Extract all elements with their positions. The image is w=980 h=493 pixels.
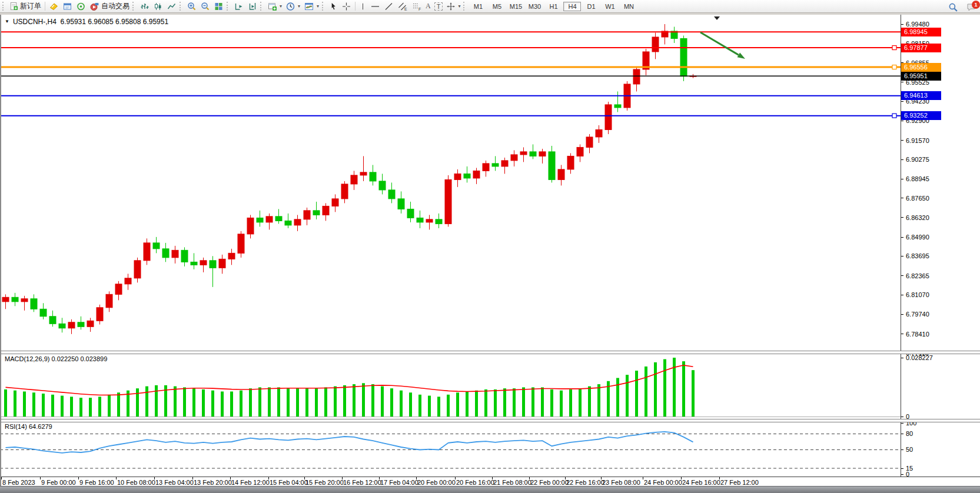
arrow-annotation[interactable] (700, 32, 745, 59)
separator (355, 2, 356, 11)
crosshair-button[interactable] (340, 1, 353, 12)
indicators-button[interactable]: ▾ (302, 1, 321, 12)
chat-button[interactable]: 1 (966, 2, 976, 12)
signals-button[interactable] (74, 1, 88, 12)
price-axis-tick (901, 82, 903, 82)
equidistant-channel-icon: E (397, 2, 408, 11)
new-order-button[interactable]: 新订单 (8, 1, 43, 12)
new-order-icon (9, 2, 18, 11)
line-chart-button[interactable] (165, 1, 178, 12)
text-button[interactable]: A (424, 1, 433, 12)
time-axis-tick (116, 477, 117, 479)
line-handle[interactable] (892, 46, 896, 50)
line-handle[interactable] (892, 65, 896, 69)
auto-trading-label: 自动交易 (101, 1, 129, 11)
tile-windows-button[interactable] (212, 1, 225, 12)
vertical-line-button[interactable] (357, 1, 368, 12)
indicator-axis-tick (901, 468, 903, 469)
timeframe-button-mn[interactable]: MN (620, 2, 637, 11)
tile-windows-icon (214, 2, 224, 11)
new-chart-button[interactable]: ▾ (265, 1, 284, 12)
search-icon (948, 2, 958, 12)
panel-splitter[interactable] (0, 419, 980, 422)
notification-badge: 1 (972, 1, 980, 9)
price-line[interactable] (0, 65, 901, 69)
window-icon (62, 2, 72, 11)
arrows-button[interactable]: ▾ (444, 1, 462, 12)
trendline-button[interactable] (382, 1, 396, 12)
label-tool-icon: T (434, 2, 443, 11)
collapse-icon[interactable]: ▼ (5, 19, 9, 24)
timeframe-button-h1[interactable]: H1 (544, 2, 562, 11)
bar-chart-button[interactable] (138, 1, 151, 12)
price-axis-tick (901, 295, 903, 295)
time-axis-label: 8 Feb 2023 (2, 479, 35, 486)
market-watch-button[interactable] (47, 1, 61, 12)
price-line[interactable] (0, 46, 901, 50)
line-chart-icon (167, 2, 177, 11)
timeframe-button-w1[interactable]: W1 (601, 2, 619, 11)
profiles-button[interactable]: ▾ (284, 1, 302, 12)
text-label-button[interactable]: T (433, 1, 445, 12)
price-axis-tick (901, 198, 903, 198)
indicator-axis-label: 50 (906, 445, 913, 454)
auto-trading-button[interactable]: 自动交易 (88, 1, 131, 12)
separator (45, 2, 45, 11)
search-button[interactable] (946, 1, 960, 13)
navigator-button[interactable] (61, 1, 74, 12)
time-axis-label: 22 Feb 16:00 (566, 479, 604, 486)
equidistant-channel-button[interactable]: E (396, 1, 410, 12)
cursor-button[interactable] (327, 1, 340, 12)
line-handle[interactable] (892, 114, 896, 118)
chevron-down-icon: ▾ (280, 4, 282, 9)
bar-chart-icon (139, 2, 150, 11)
main-chart-canvas[interactable] (0, 15, 901, 351)
crosshair-icon (341, 2, 351, 11)
yellow-tag-icon (49, 2, 59, 11)
price-line[interactable] (0, 114, 901, 118)
time-axis-label: 9 Feb 16:00 (79, 479, 114, 486)
price-axis-label: 6.91570 (906, 136, 929, 145)
vertical-line-icon (359, 2, 367, 11)
timeframe-button-m5[interactable]: M5 (488, 2, 506, 11)
time-axis-label: 13 Feb 04:00 (155, 479, 194, 486)
time-axis-tick (681, 477, 682, 479)
rsi-label: RSI(14) 64.6279 (5, 423, 52, 430)
auto-scroll-icon (234, 2, 244, 11)
price-axis[interactable]: 6.994806.981506.968556.955256.942306.929… (901, 15, 980, 477)
window-left-edge (0, 15, 1, 486)
indicator-axis-tick (901, 423, 903, 424)
time-axis-label: 16 Feb 12:00 (343, 479, 381, 486)
timeframe-group: M1M5M15M30H1H4D1W1MN (469, 2, 638, 11)
timeframe-button-m15[interactable]: M15 (507, 2, 524, 11)
timeframe-button-m1[interactable]: M1 (469, 2, 487, 11)
macd-chart-canvas[interactable] (0, 354, 901, 419)
zoom-in-button[interactable] (185, 1, 198, 12)
clock-icon (285, 2, 295, 11)
horizontal-line-button[interactable] (368, 1, 382, 12)
auto-scroll-button[interactable] (232, 1, 245, 12)
timeframe-button-m30[interactable]: M30 (526, 2, 543, 11)
rsi-chart-canvas[interactable] (0, 422, 901, 477)
price-axis-tick (901, 121, 903, 121)
zoom-out-button[interactable] (198, 1, 212, 12)
chart-shift-button[interactable] (245, 1, 259, 12)
price-axis-tick (901, 101, 903, 102)
timeframe-button-h4[interactable]: H4 (563, 2, 581, 11)
time-axis[interactable]: 8 Feb 20239 Feb 00:009 Feb 16:0010 Feb 0… (0, 477, 980, 487)
timeframe-button-d1[interactable]: D1 (582, 2, 600, 11)
price-line-badge: 6.97877 (901, 44, 941, 52)
time-axis-label: 24 Feb 16:00 (682, 479, 720, 486)
price-axis-tick (901, 237, 903, 238)
chart-title-text: USDCNH-,H4 6.95931 6.96085 6.95808 6.959… (13, 18, 168, 26)
fibonacci-button[interactable]: F (410, 1, 424, 12)
panel-splitter[interactable] (0, 351, 980, 354)
new-chart-icon (267, 2, 277, 11)
rsi-value: 64.6279 (29, 423, 52, 430)
time-axis-tick (40, 477, 41, 479)
toolbar-grip (227, 2, 230, 11)
toolbar-grip (260, 2, 263, 11)
cursor-icon (329, 2, 338, 11)
price-axis-label: 6.78410 (906, 330, 929, 338)
candlestick-chart-button[interactable] (151, 1, 165, 12)
